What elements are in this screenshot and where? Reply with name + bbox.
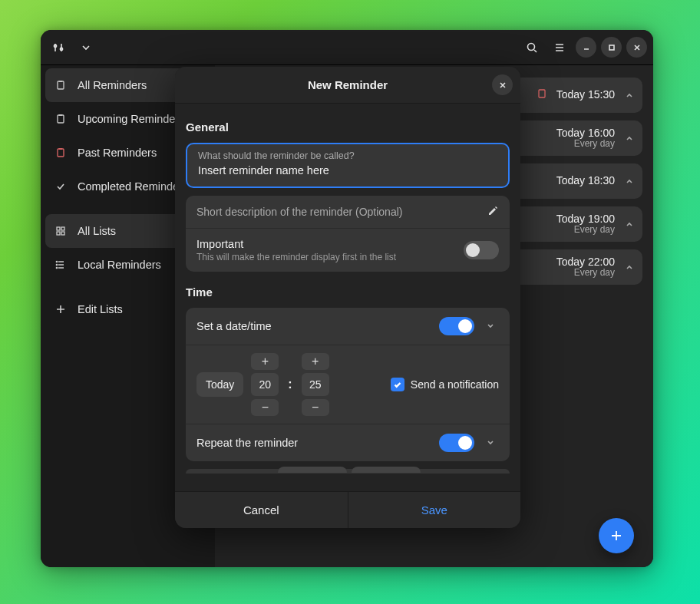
svg-rect-14: [539, 90, 545, 97]
search-icon[interactable]: [520, 36, 543, 59]
reminder-sub: Every day: [556, 225, 615, 235]
description-placeholder: Short description of the reminder (Optio…: [196, 206, 402, 218]
reminder-name-field[interactable]: What should the reminder be called?: [186, 143, 510, 188]
reminder-sub: Every day: [556, 268, 615, 278]
important-row: Important This will make the reminder di…: [186, 229, 510, 272]
repeat-row: Repeat the reminder: [186, 424, 510, 461]
grid-icon: [54, 225, 67, 237]
close-button[interactable]: [626, 37, 647, 58]
section-title-general: General: [186, 120, 510, 134]
time-colon: :: [286, 378, 293, 391]
today-button[interactable]: Today: [196, 372, 243, 397]
important-label: Important: [196, 238, 396, 250]
plus-icon: [54, 303, 67, 315]
section-title-time: Time: [186, 285, 510, 299]
new-reminder-dialog: New Reminder General What should the rem…: [175, 67, 520, 528]
repeat-label: Repeat the reminder: [196, 437, 298, 449]
set-datetime-label: Set a date/time: [196, 320, 272, 332]
sidebar-label: Past Reminders: [78, 147, 157, 159]
minimize-button[interactable]: [576, 37, 596, 58]
svg-point-2: [528, 43, 535, 50]
sidebar-label: Edit Lists: [78, 303, 123, 315]
minute-decrement[interactable]: −: [302, 399, 329, 416]
hour-value[interactable]: 20: [251, 373, 279, 396]
clipboard-alert-icon: [537, 88, 549, 102]
sidebar-label: All Reminders: [78, 79, 147, 91]
hour-increment[interactable]: +: [251, 353, 279, 370]
list-icon: [54, 259, 67, 271]
notification-label: Send a notification: [411, 378, 499, 391]
dialog-header: New Reminder: [175, 67, 520, 104]
cut-off-content: [186, 469, 510, 474]
svg-rect-3: [609, 45, 614, 50]
hour-decrement[interactable]: −: [251, 399, 279, 416]
svg-point-13: [56, 267, 57, 268]
svg-rect-8: [61, 227, 64, 230]
chevron-up-icon[interactable]: [622, 131, 636, 145]
save-button[interactable]: Save: [348, 492, 521, 528]
sidebar-label: Local Reminders: [78, 259, 161, 271]
titlebar: [41, 30, 653, 65]
clipboard-past-icon: [54, 147, 67, 159]
minute-increment[interactable]: +: [302, 353, 329, 370]
notification-checkbox[interactable]: [391, 378, 404, 391]
chevron-down-icon[interactable]: [482, 434, 499, 451]
datetime-picker: Today + 20 − : + 25 − Send a notificatio…: [186, 345, 510, 424]
sidebar-label: Upcoming Reminders: [78, 113, 184, 125]
reminder-name-input[interactable]: [198, 164, 497, 177]
pencil-icon: [487, 205, 499, 219]
svg-rect-10: [61, 232, 64, 235]
maximize-button[interactable]: [601, 37, 622, 58]
important-sub: This will make the reminder display firs…: [196, 252, 396, 262]
svg-rect-7: [57, 227, 60, 230]
chevron-down-icon[interactable]: [482, 318, 499, 335]
set-datetime-row: Set a date/time: [186, 308, 510, 345]
check-icon: [54, 180, 67, 193]
svg-point-12: [56, 264, 57, 265]
add-reminder-fab[interactable]: [599, 518, 634, 553]
reminder-time: Today 15:30: [556, 89, 615, 101]
cancel-button[interactable]: Cancel: [175, 492, 348, 528]
set-datetime-toggle[interactable]: [439, 317, 474, 335]
clipboard-icon: [54, 113, 67, 125]
svg-point-11: [56, 261, 57, 262]
svg-rect-6: [58, 149, 64, 157]
hamburger-icon[interactable]: [548, 36, 571, 59]
svg-rect-9: [57, 232, 60, 235]
dropdown-icon[interactable]: [74, 36, 97, 59]
sidebar-label: Completed Reminders: [78, 180, 188, 193]
clipboard-icon: [54, 79, 67, 91]
description-row[interactable]: Short description of the reminder (Optio…: [186, 196, 510, 229]
reminder-sub: Every day: [556, 139, 615, 149]
chevron-up-icon[interactable]: [622, 174, 636, 188]
reminder-time: Today 22:00: [556, 256, 615, 268]
chevron-up-icon[interactable]: [622, 217, 636, 231]
svg-rect-4: [58, 81, 64, 89]
reminder-time: Today 18:30: [556, 175, 615, 186]
dialog-title: New Reminder: [308, 78, 388, 91]
name-hint: What should the reminder be called?: [198, 150, 497, 161]
reminder-time: Today 19:00: [556, 213, 615, 225]
svg-rect-5: [58, 115, 64, 123]
minute-value[interactable]: 25: [302, 373, 329, 396]
chevron-up-icon[interactable]: [622, 260, 636, 274]
important-toggle[interactable]: [464, 241, 499, 259]
sidebar-label: All Lists: [78, 225, 116, 237]
settings-toggle-icon[interactable]: [47, 36, 70, 59]
repeat-toggle[interactable]: [439, 434, 474, 452]
dialog-footer: Cancel Save: [175, 491, 520, 528]
dialog-close-button[interactable]: [492, 74, 513, 95]
chevron-up-icon[interactable]: [622, 88, 636, 102]
reminder-time: Today 16:00: [556, 127, 615, 139]
